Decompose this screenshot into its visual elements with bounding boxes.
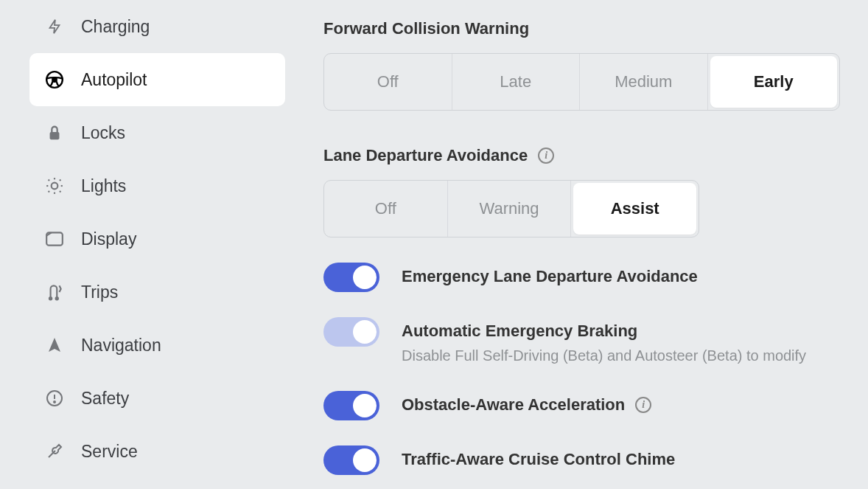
svg-point-14 [49,297,52,299]
fcw-segmented: Off Late Medium Early [323,53,840,111]
navigation-icon [44,335,65,356]
sidebar-item-lights[interactable]: Lights [29,159,285,212]
sidebar-label: Charging [81,17,150,37]
sidebar: Charging Autopilot Locks Lights Display … [0,0,291,489]
svg-point-3 [52,183,58,190]
fcw-title: Forward Collision Warning [323,19,840,38]
aeb-sublabel: Disable Full Self-Driving (Beta) and Aut… [402,345,806,366]
elda-row: Emergency Lane Departure Avoidance [323,263,840,292]
bolt-icon [44,16,65,37]
sidebar-label: Autopilot [81,70,147,90]
display-icon [44,229,65,249]
lda-segmented: Off Warning Assist [323,180,699,237]
svg-line-6 [49,180,50,181]
tacc-row: Traffic-Aware Cruise Control Chime [323,445,840,475]
sidebar-label: Lights [81,176,126,196]
oaa-label-text: Obstacle-Aware Acceleration [402,395,625,415]
lda-option-assist[interactable]: Assist [573,183,696,235]
sidebar-label: Locks [81,123,125,143]
lock-icon [44,122,65,143]
sidebar-label: Display [81,229,136,249]
svg-rect-2 [50,132,60,139]
oaa-toggle[interactable] [323,391,379,420]
alert-circle-icon [44,388,65,409]
sidebar-item-service[interactable]: Service [29,425,285,478]
tacc-label: Traffic-Aware Cruise Control Chime [402,445,675,469]
fcw-option-off[interactable]: Off [324,54,452,110]
sidebar-item-trips[interactable]: Trips [29,266,285,319]
svg-line-11 [60,180,61,181]
svg-line-10 [49,191,50,193]
aeb-row: Automatic Emergency Braking Disable Full… [323,317,840,366]
sidebar-label: Navigation [81,336,161,356]
sidebar-label: Safety [81,389,129,409]
fcw-option-medium[interactable]: Medium [580,54,708,110]
trips-icon [44,282,65,302]
sidebar-item-locks[interactable]: Locks [29,106,285,159]
sidebar-item-autopilot[interactable]: Autopilot [29,53,285,106]
fcw-option-late[interactable]: Late [452,54,581,110]
main-content: Forward Collision Warning Off Late Mediu… [291,0,868,489]
sidebar-label: Service [81,442,138,462]
elda-label: Emergency Lane Departure Avoidance [402,263,698,286]
elda-toggle[interactable] [323,263,379,292]
svg-point-18 [54,401,55,403]
steering-wheel-icon [44,69,65,90]
sidebar-item-safety[interactable]: Safety [29,372,285,425]
sidebar-item-software[interactable]: Software [29,478,285,489]
fcw-title-text: Forward Collision Warning [323,19,529,38]
lda-title-text: Lane Departure Avoidance [323,146,528,165]
tacc-toggle[interactable] [323,445,379,475]
lda-option-off[interactable]: Off [324,181,448,237]
lda-option-warning[interactable]: Warning [448,181,572,237]
svg-point-15 [56,297,58,299]
info-icon[interactable]: i [635,397,651,413]
sun-icon [44,176,65,196]
aeb-toggle [323,317,379,347]
lda-title: Lane Departure Avoidance i [323,146,840,165]
sidebar-item-navigation[interactable]: Navigation [29,319,285,372]
oaa-label: Obstacle-Aware Acceleration i [402,391,651,415]
oaa-row: Obstacle-Aware Acceleration i [323,391,840,420]
aeb-label: Automatic Emergency Braking [402,317,806,341]
wrench-icon [44,441,65,462]
sidebar-item-display[interactable]: Display [29,212,285,266]
sidebar-label: Trips [81,282,118,302]
svg-line-7 [60,191,61,193]
fcw-option-early[interactable]: Early [710,56,838,108]
info-icon[interactable]: i [538,148,554,164]
sidebar-item-charging[interactable]: Charging [29,0,285,53]
